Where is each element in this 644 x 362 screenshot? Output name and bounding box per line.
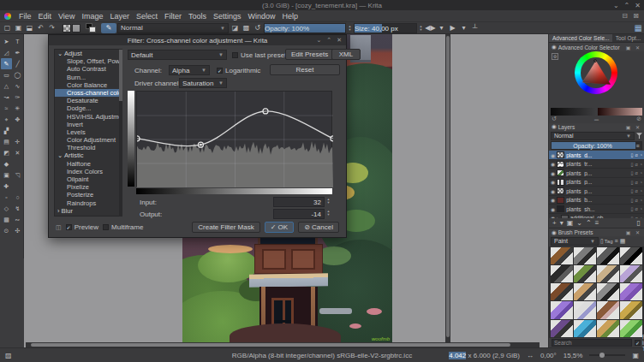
dock-tab-tool-opt[interactable]: Tool Opt... bbox=[612, 34, 644, 42]
brush-preset-thumbnail[interactable] bbox=[597, 301, 619, 318]
brush-editor-button[interactable]: ✎ bbox=[101, 23, 116, 33]
delete-layer-icon[interactable]: ▯ bbox=[637, 219, 641, 227]
layer-opacity-slider[interactable]: Opacity: 100% ≡ bbox=[551, 141, 642, 150]
zoom-slider[interactable] bbox=[589, 354, 625, 356]
layer-options-menu-icon[interactable]: ≡ bbox=[634, 142, 641, 149]
brush-preset-thumbnail[interactable] bbox=[620, 283, 642, 300]
brush-preset-thumbnail[interactable] bbox=[574, 283, 596, 300]
brush-search-input[interactable] bbox=[552, 339, 632, 347]
layers-header[interactable]: ◉ Layers ▣ ✕ bbox=[549, 123, 644, 131]
dialog-titlebar[interactable]: Filter: Cross-channel color adjustment —… bbox=[49, 35, 346, 45]
multiframe-checkbox[interactable]: Multiframe bbox=[103, 223, 143, 231]
output-spinner[interactable]: ▲▼ bbox=[325, 210, 331, 217]
text-tool[interactable]: T bbox=[12, 36, 23, 47]
redo-icon[interactable]: ↷ bbox=[46, 23, 57, 33]
menu-select[interactable]: Select bbox=[133, 11, 161, 21]
layer-alpha-icon[interactable]: α bbox=[635, 162, 637, 167]
magnetic-select-tool[interactable]: ↯ bbox=[12, 203, 23, 214]
menu-tools[interactable]: Tools bbox=[185, 11, 210, 21]
float-docker-icon[interactable]: ▣ bbox=[626, 230, 633, 235]
new-document-icon[interactable]: ▢ bbox=[2, 23, 13, 33]
smart-patch-tool[interactable]: ✕ bbox=[12, 147, 23, 158]
brush-size-slider[interactable]: Size: 40,00 px bbox=[354, 23, 417, 33]
driver-channel-combo[interactable]: Saturation▼ bbox=[179, 78, 227, 88]
close-docker-icon[interactable]: ✕ bbox=[635, 45, 641, 50]
mirror-horizontal-icon[interactable]: ◀▶ bbox=[425, 23, 436, 33]
layer-name[interactable]: plants_tr... bbox=[566, 161, 629, 167]
window-maximize-icon[interactable]: ⌃ bbox=[624, 2, 630, 9]
brush-preset-thumbnail[interactable] bbox=[551, 247, 573, 264]
filter-item-oilpaint[interactable]: Oilpaint bbox=[55, 175, 122, 183]
brush-preset-thumbnail[interactable] bbox=[597, 283, 619, 300]
preset-combo[interactable]: Default▼ bbox=[128, 50, 227, 60]
layer-lock-icon[interactable]: ▯ bbox=[630, 152, 633, 157]
layer-blend-mode-combo[interactable]: Normal▼ bbox=[551, 132, 635, 140]
pan-tool[interactable]: ✣ bbox=[12, 225, 23, 236]
layer-onion-icon[interactable]: ◔ bbox=[640, 188, 642, 193]
filter-item-slope-offset-powe[interactable]: Slope, Offset, Powe bbox=[55, 57, 122, 65]
preserve-alpha-icon[interactable]: ▩ bbox=[241, 23, 252, 33]
brush-preset-thumbnail[interactable] bbox=[574, 247, 596, 264]
eraser-mode-icon[interactable]: ◪ bbox=[230, 23, 241, 33]
docker-resize-handle[interactable]: ▬ bbox=[557, 116, 636, 122]
float-docker-icon[interactable]: ▣ bbox=[626, 45, 633, 50]
shade-strip-color[interactable] bbox=[598, 108, 643, 116]
color-sampler-tool[interactable]: ✛ bbox=[12, 136, 23, 147]
filter-list-scrollbar[interactable] bbox=[119, 49, 122, 217]
layer-alpha-icon[interactable]: α bbox=[635, 188, 637, 193]
filter-item-levels[interactable]: Levels bbox=[55, 128, 122, 136]
filter-item-desaturate[interactable]: Desaturate bbox=[55, 97, 122, 104]
calligraphy-tool[interactable]: ✒ bbox=[12, 47, 23, 58]
save-icon[interactable]: ⬓ bbox=[24, 23, 35, 33]
wraparound-icon[interactable]: ┴ bbox=[469, 23, 480, 33]
close-docker-icon[interactable]: ✕ bbox=[635, 125, 641, 130]
crop-tool[interactable]: ▞ bbox=[1, 125, 12, 136]
layer-row[interactable]: ◉plants_p...▯α◔ bbox=[549, 178, 644, 187]
brush-presets-header[interactable]: ◉ Brush Presets ▣ ✕ bbox=[549, 228, 644, 236]
menu-file[interactable]: File bbox=[15, 11, 35, 21]
logarithmic-checkbox[interactable]: Logarithmic bbox=[217, 67, 260, 74]
color-selector-settings-icon[interactable]: ⚙ bbox=[552, 53, 558, 60]
brush-preset-thumbnail[interactable] bbox=[551, 283, 573, 300]
output-field[interactable]: -14 bbox=[273, 209, 325, 219]
edit-presets-button[interactable]: Edit Presets bbox=[285, 49, 334, 60]
filter-item-dodge[interactable]: Dodge... bbox=[55, 104, 122, 112]
close-docker-icon[interactable]: ✕ bbox=[635, 230, 641, 235]
ok-button[interactable]: ✓ OK bbox=[265, 222, 295, 233]
window-close-icon[interactable]: ✕ bbox=[635, 2, 641, 9]
duplicate-layer-icon[interactable]: ▣ bbox=[567, 219, 574, 227]
filter-item-blur[interactable]: › Blur bbox=[55, 207, 122, 215]
move-layer-down-icon[interactable]: ⌄ bbox=[576, 219, 582, 227]
layer-alpha-icon[interactable]: α bbox=[635, 152, 637, 157]
mdi-subwindow-icons[interactable]: ⊟ ⊠ bbox=[622, 12, 644, 20]
layer-lock-icon[interactable]: ▯ bbox=[630, 206, 633, 211]
add-layer-dropdown-icon[interactable]: ▾ bbox=[560, 219, 564, 227]
menu-image[interactable]: Image bbox=[78, 11, 106, 21]
color-history-clear-icon[interactable]: ⊘ bbox=[636, 116, 641, 122]
layer-onion-icon[interactable]: ◔ bbox=[640, 152, 642, 157]
filter-item-hsv-hsl-adjustme[interactable]: HSV/HSL Adjustme bbox=[55, 113, 122, 121]
create-filter-mask-button[interactable]: Create Filter Mask bbox=[192, 222, 259, 233]
select-shapes-tool[interactable]: ➤ bbox=[1, 36, 12, 47]
float-docker-icon[interactable]: ▣ bbox=[626, 125, 633, 130]
brush-preset-thumbnail[interactable] bbox=[620, 320, 642, 337]
filter-item-threshold[interactable]: Threshold bbox=[55, 144, 122, 151]
menu-view[interactable]: View bbox=[55, 11, 78, 21]
filter-item-raindrops[interactable]: Raindrops bbox=[55, 199, 122, 207]
menu-help[interactable]: Help bbox=[279, 11, 302, 21]
rectangle-tool[interactable]: ▭ bbox=[1, 69, 12, 80]
layer-alpha-icon[interactable]: α bbox=[635, 198, 637, 203]
layer-visibility-icon[interactable]: ◉ bbox=[551, 152, 555, 158]
menu-edit[interactable]: Edit bbox=[35, 11, 56, 21]
brush-preset-thumbnail[interactable] bbox=[597, 265, 619, 282]
zoom-widget-icon[interactable]: ▣ bbox=[632, 352, 639, 359]
filter-category-list[interactable]: ⌄ AdjustSlope, Offset, PoweAuto Contrast… bbox=[54, 49, 122, 217]
blending-mode-combo[interactable]: Normal▼ bbox=[117, 23, 229, 33]
filter-item-color-balance[interactable]: Color Balance bbox=[55, 81, 122, 89]
similar-select-tool[interactable]: ▩ bbox=[1, 214, 12, 225]
pattern-chooser-icon[interactable] bbox=[72, 24, 80, 33]
curve-canvas[interactable] bbox=[136, 91, 332, 187]
filter-item-cross-channel-colo[interactable]: Cross-channel colo bbox=[55, 89, 122, 97]
filter-item-halftone[interactable]: Halftone bbox=[55, 160, 122, 168]
shade-selector[interactable] bbox=[549, 108, 644, 116]
